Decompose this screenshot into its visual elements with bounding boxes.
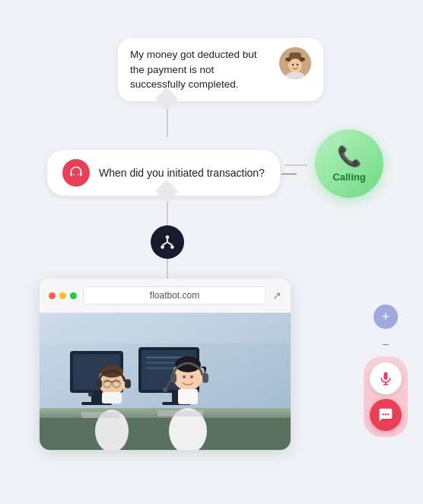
browser-dots xyxy=(49,292,77,299)
minus-separator: − xyxy=(382,338,389,352)
question-text: When did you initiated transaction? xyxy=(99,167,265,179)
svg-rect-42 xyxy=(202,373,208,383)
browser-image xyxy=(40,313,291,450)
svg-point-7 xyxy=(166,235,170,239)
svg-rect-31 xyxy=(125,379,131,388)
message-text: My money got deducted but the payment is… xyxy=(130,47,272,92)
chat-button[interactable] xyxy=(370,399,402,431)
svg-rect-21 xyxy=(146,362,175,364)
svg-rect-34 xyxy=(102,392,122,404)
voice-chat-container xyxy=(364,356,408,437)
side-controls: + − xyxy=(364,305,408,437)
svg-point-33 xyxy=(88,392,93,397)
dot-red xyxy=(49,292,56,299)
connector-h1 xyxy=(285,164,307,166)
svg-point-56 xyxy=(387,413,390,416)
svg-point-55 xyxy=(385,413,387,416)
svg-line-12 xyxy=(167,242,172,245)
svg-rect-30 xyxy=(96,379,102,388)
browser-mockup: floatbot.com ↗ xyxy=(40,279,291,450)
add-button[interactable]: + xyxy=(374,305,398,329)
svg-point-4 xyxy=(292,64,294,65)
svg-point-46 xyxy=(190,375,193,378)
svg-rect-47 xyxy=(178,389,198,404)
microphone-button[interactable] xyxy=(370,362,402,394)
svg-rect-26 xyxy=(40,418,291,450)
branch-node[interactable] xyxy=(151,225,184,259)
svg-point-9 xyxy=(170,245,174,249)
browser-address: floatbot.com xyxy=(83,286,266,305)
svg-rect-50 xyxy=(40,313,291,343)
phone-icon: 📞 xyxy=(337,145,361,168)
svg-rect-48 xyxy=(81,412,119,418)
bot-icon xyxy=(62,159,90,187)
plus-icon: + xyxy=(382,309,390,325)
svg-point-45 xyxy=(183,375,186,378)
svg-rect-20 xyxy=(146,356,184,359)
svg-line-11 xyxy=(163,242,167,245)
message-bubble: My money got deducted but the payment is… xyxy=(118,38,323,101)
calling-button[interactable]: 📞 Calling xyxy=(315,129,383,198)
dot-green xyxy=(70,292,77,299)
user-avatar xyxy=(279,47,311,79)
svg-rect-51 xyxy=(384,372,388,380)
calling-label: Calling xyxy=(332,171,365,183)
svg-rect-41 xyxy=(170,373,177,383)
svg-point-8 xyxy=(161,245,164,249)
dash-connector: — xyxy=(281,164,297,182)
svg-rect-16 xyxy=(91,393,102,402)
browser-bar: floatbot.com ↗ xyxy=(40,279,291,313)
svg-rect-49 xyxy=(157,410,203,416)
svg-point-54 xyxy=(382,413,384,416)
external-link-icon[interactable]: ↗ xyxy=(272,289,281,301)
canvas: My money got deducted but the payment is… xyxy=(0,0,423,504)
svg-point-3 xyxy=(288,59,302,72)
svg-point-44 xyxy=(163,388,167,392)
svg-point-5 xyxy=(297,64,298,65)
dot-yellow xyxy=(59,292,66,299)
